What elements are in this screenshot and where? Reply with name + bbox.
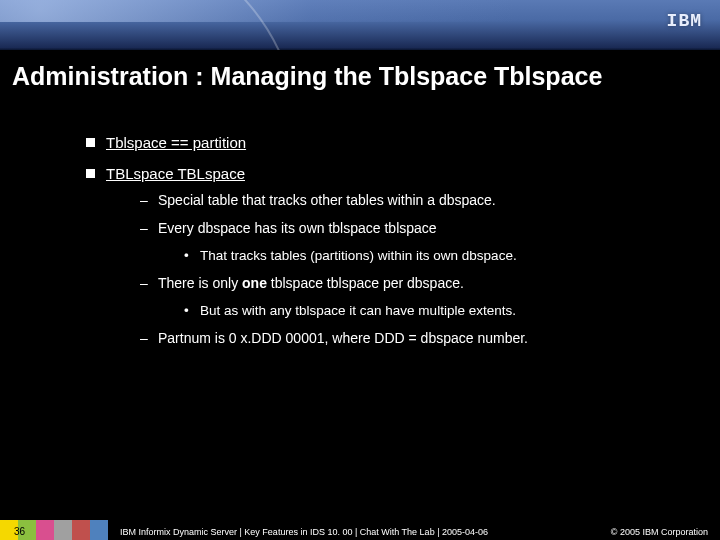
copyright: © 2005 IBM Corporation <box>611 527 708 537</box>
slide-title: Administration : Managing the Tblspace T… <box>12 62 602 91</box>
bullet-level2: Partnum is 0 x.DDD 00001, where DDD = db… <box>140 330 690 346</box>
square-bullet-icon <box>86 169 95 178</box>
page-number: 36 <box>14 526 25 537</box>
bullet-level3: But as with any tblspace it can have mul… <box>184 303 690 318</box>
bullet-text: TBLspace TBLspace <box>106 165 245 182</box>
bullet-level2: Special table that tracks other tables w… <box>140 192 690 208</box>
swatch <box>72 520 90 540</box>
bullet-level2: There is only one tblspace tblspace per … <box>140 275 690 318</box>
bullet-text-suffix: tblspace tblspace per dbspace. <box>267 275 464 291</box>
bullet-text-bold: one <box>242 275 267 291</box>
slide: IBM Administration : Managing the Tblspa… <box>0 0 720 540</box>
square-bullet-icon <box>86 138 95 147</box>
bullet-level1: Tblspace == partition <box>86 134 690 151</box>
sub-list: Special table that tracks other tables w… <box>140 192 690 346</box>
bullet-text-prefix: There is only <box>158 275 242 291</box>
globe-decoration <box>0 0 300 50</box>
bullet-text: Tblspace == partition <box>106 134 246 151</box>
swatch <box>54 520 72 540</box>
bullet-level1: TBLspace TBLspace Special table that tra… <box>86 165 690 346</box>
content-area: Tblspace == partition TBLspace TBLspace … <box>86 134 690 360</box>
bullet-text: Every dbspace has its own tblspace tblsp… <box>158 220 437 236</box>
footer-text: IBM Informix Dynamic Server | Key Featur… <box>120 527 488 537</box>
top-banner: IBM <box>0 0 720 50</box>
bullet-text: That tracks tables (partitions) within i… <box>200 248 517 263</box>
bullet-text: But as with any tblspace it can have mul… <box>200 303 516 318</box>
bullet-level3: That tracks tables (partitions) within i… <box>184 248 690 263</box>
swatch <box>36 520 54 540</box>
ibm-logo: IBM <box>667 14 702 28</box>
bullet-text: Special table that tracks other tables w… <box>158 192 496 208</box>
swatch <box>90 520 108 540</box>
bullet-text: Partnum is 0 x.DDD 00001, where DDD = db… <box>158 330 528 346</box>
footer: 36 IBM Informix Dynamic Server | Key Fea… <box>0 520 720 540</box>
bullet-level2: Every dbspace has its own tblspace tblsp… <box>140 220 690 263</box>
